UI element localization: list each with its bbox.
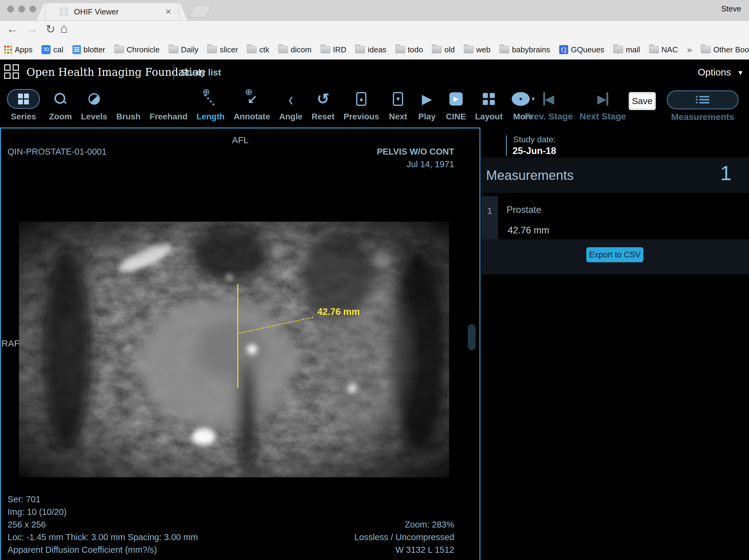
toolbar-button[interactable]: ‹ Angle [275,87,307,122]
study-date-accent-bar [506,135,507,156]
toolbar-button-label: Annotate [234,112,270,122]
ohif-toolbar: Series Zoom Levels Brush [0,84,749,128]
home-icon[interactable]: ⌂ [60,21,68,36]
measurements-panel: Study date: 25-Jun-18 Measurements 1 1 P… [481,128,749,560]
bookmark-label: dicom [291,45,311,55]
toolbar-icon: ▲ [356,92,366,106]
export-section: Export to CSV [481,239,749,274]
toolbar-button[interactable]: Brush [112,87,145,122]
bookmark-item[interactable]: mail [613,45,640,55]
bookmark-icon [355,46,365,53]
overlay-line: Loc: -1.45 mm Thick: 3.00 mm Spacing: 3.… [7,531,198,543]
overlay-line: Ser: 701 [7,493,198,505]
toolbar-button[interactable]: Length [192,87,229,122]
prev-stage-button[interactable]: ◀ Prev. Stage [521,87,576,122]
next-stage-button[interactable]: ▶ Next Stage [576,87,630,122]
bookmark-item[interactable]: ideas [355,45,386,55]
toolbar-button[interactable]: Series [2,87,44,122]
bookmark-label: mail [626,45,640,55]
toolbar-button[interactable]: ▲ Previous [339,87,384,122]
toolbar-icon [161,92,176,106]
toolbar-button[interactable]: ▶ CINE [441,87,470,122]
ohif-header: Open Health Imaging Foundation Study lis… [0,60,749,84]
measurement-row-name[interactable]: Prostate [507,204,541,215]
bookmark-item[interactable]: 30 cal [42,45,63,55]
toolbar-icon [483,93,495,105]
measurement-line[interactable] [237,284,238,388]
toolbar-button[interactable]: Annotate [229,87,275,122]
bookmark-item[interactable]: NAC [649,45,678,55]
window-zoom-button[interactable] [29,6,36,12]
skip-to-end-icon: ▶ [597,87,608,111]
overlay-line: Lossless / Uncompressed [354,531,454,543]
bookmark-item[interactable]: Q GQueues [559,45,604,55]
bookmark-item[interactable]: babybrains [500,45,550,55]
bookmark-item[interactable]: Apps [4,45,33,55]
toolbar-button[interactable]: ▼ Next [384,87,412,122]
toolbar-icon [121,92,136,106]
bookmark-item[interactable]: Daily [169,45,198,55]
toolbar-button-label: Layout [475,112,502,122]
forward-icon[interactable]: → [26,23,38,36]
toolbar-button-label: CINE [446,112,466,122]
header-divider [174,64,174,80]
new-tab-button[interactable] [188,5,212,18]
bookmark-item[interactable]: todo [395,45,423,55]
toolbar-icon [18,93,29,104]
study-date-value: 25-Jun-18 [513,146,556,156]
toolbar-button[interactable]: Layout [470,87,507,122]
bookmark-item[interactable]: slicer [207,45,238,55]
window-close-button[interactable] [7,6,14,12]
toolbar-button[interactable]: ▶ Play [412,87,441,122]
bookmark-icon [432,46,442,53]
other-bookmarks[interactable]: Other Bookmarks [701,45,749,55]
chevron-down-icon[interactable]: ▾ [739,68,742,77]
brand-title[interactable]: Open Health Imaging Foundation [26,66,206,78]
study-list-link[interactable]: Study list [180,67,221,78]
toolbar-icon: ▶ [449,92,463,106]
bookmark-icon [500,46,509,53]
measurement-row[interactable]: 1 Prostate 42.76 mm [481,196,749,239]
browser-navbar: ← → ↻ ⌂ i ohifviewer-staging.herokuapp.c… [0,20,749,40]
window-minimize-button[interactable] [18,6,25,12]
bookmark-item[interactable]: ctk [247,45,269,55]
toolbar-button[interactable]: ↺ Reset [307,87,339,122]
overlay-orientation-top: AFL [1,134,479,147]
overlay-series-info: Ser: 701Img: 10 (10/20)256 x 256Loc: -1.… [7,493,198,556]
bookmark-item[interactable]: IRD [321,45,346,55]
viewport-scrollbar-thumb[interactable] [468,324,475,350]
browser-profile-name[interactable]: Steve [721,4,742,14]
bookmark-label: old [444,45,455,55]
toolbar-button[interactable]: Freehand [145,87,192,122]
bookmark-label: web [476,45,491,55]
measurements-panel-toggle[interactable] [667,90,739,109]
reload-icon[interactable]: ↻ [46,23,55,36]
dicom-viewport[interactable]: QIN-PROSTATE-01-0001 AFL RAF PELVIS W/O … [0,128,480,560]
bookmark-item[interactable]: dicom [278,45,311,55]
toolbar-button[interactable]: Levels [77,87,112,122]
bookmark-item[interactable]: web [464,45,491,55]
options-menu[interactable]: Options [698,67,731,78]
bookmark-item[interactable]: blotter [72,45,105,55]
bookmarks-overflow-chevron[interactable]: » [687,44,692,55]
ohif-logo-icon[interactable] [4,64,21,80]
bookmarks-bar: Apps 30 cal blotter Chronicle Daily [0,40,749,60]
toolbar-icon: ▼ [393,92,403,106]
export-csv-button[interactable]: Export to CSV [586,247,643,262]
bookmark-icon [72,45,81,54]
bookmark-icon [278,46,288,53]
browser-tab[interactable]: OHIF Viewer × [45,3,179,20]
toolbar-button-label: Previous [343,112,379,122]
toolbar-button[interactable]: Zoom [44,87,77,122]
bookmark-item[interactable]: Chronicle [114,45,160,55]
measurement-value-label[interactable]: 42.76 mm [317,306,360,317]
tab-close-icon[interactable]: × [166,5,171,18]
save-button[interactable]: Save [630,93,655,109]
overlay-line: Zoom: 283% [354,518,454,531]
bookmark-item[interactable]: old [432,45,455,55]
toolbar-button-label: Angle [279,112,303,122]
back-icon[interactable]: ← [7,23,18,36]
toolbar-button-label: Levels [81,112,107,122]
window-titlebar: OHIF Viewer × Steve [0,0,749,20]
overlay-line: Apparent Diffusion Coefficient (mm?/s) [7,543,198,556]
